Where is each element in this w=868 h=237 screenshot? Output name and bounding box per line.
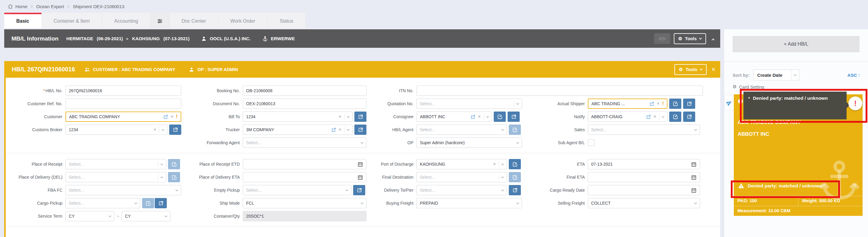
tab-container-item[interactable]: Container & Item: [42, 13, 102, 28]
denied-party-warning-icon[interactable]: !: [662, 101, 664, 107]
clear-icon[interactable]: ×: [339, 114, 341, 119]
empty-pickup-popout-button[interactable]: [353, 185, 365, 195]
clear-icon[interactable]: ×: [657, 101, 660, 106]
place-of-receipt-etd-input[interactable]: [243, 159, 367, 169]
eta-input[interactable]: 07-13-2021: [588, 159, 700, 169]
card-send-tab[interactable]: [724, 95, 734, 111]
hbl-no-input[interactable]: 267QIN21060016: [65, 85, 181, 96]
delivery-to-pier-popout-button[interactable]: [509, 185, 521, 195]
hbl-agent-edit-button[interactable]: [509, 125, 521, 135]
customer-input[interactable]: ABC TRADING COMPANY × !: [65, 111, 181, 122]
notify-popout-button[interactable]: [683, 111, 695, 122]
fba-fc-select[interactable]: Select...: [65, 185, 181, 195]
booking-no-input[interactable]: OB-21060008: [243, 85, 367, 96]
final-eta-input[interactable]: [588, 172, 700, 182]
denied-party-warning-icon[interactable]: !: [176, 114, 178, 120]
breadcrumb-ocean-export[interactable]: Ocean Export: [36, 4, 64, 9]
buying-freight-select[interactable]: PREPAID: [416, 198, 522, 208]
sort-direction-toggle[interactable]: ASC ↑: [847, 73, 860, 78]
port-of-discharge-input[interactable]: KAOHSIUNG ×: [416, 159, 507, 169]
tab-work-order[interactable]: Work Order: [218, 13, 268, 28]
hbl-agent-select[interactable]: Select...: [416, 125, 507, 135]
notify-edit-button[interactable]: [669, 111, 681, 122]
actual-shipper-popout-button[interactable]: [683, 99, 695, 109]
cargo-pickup-select[interactable]: Select...: [65, 198, 140, 208]
open-record-icon[interactable]: [646, 114, 651, 120]
close-hbl-icon[interactable]: ×: [711, 65, 715, 74]
consignee-edit-button[interactable]: [494, 111, 506, 122]
clear-icon[interactable]: ×: [154, 127, 156, 132]
clear-icon[interactable]: ×: [339, 127, 341, 132]
open-record-icon[interactable]: [649, 101, 654, 106]
selling-freight-select[interactable]: COLLECT: [588, 198, 700, 208]
card-setting-button[interactable]: ⚙ Card Setting: [733, 84, 868, 89]
trucker-popout-button[interactable]: [354, 125, 367, 135]
delivery-to-pier-select[interactable]: Select...: [416, 185, 507, 195]
open-record-icon[interactable]: [331, 127, 336, 132]
chevron-down-icon[interactable]: [344, 127, 349, 133]
customs-broker-input[interactable]: 1234 ×: [65, 125, 167, 135]
chevron-down-icon[interactable]: [659, 114, 664, 120]
notify-input[interactable]: ABBOTT-CRAIG ×: [588, 111, 668, 122]
consignee-popout-button[interactable]: [507, 111, 520, 122]
cargo-pickup-popout-button[interactable]: [155, 198, 167, 208]
hbl-tools-button[interactable]: ⚙ Tools: [674, 64, 707, 75]
collapse-panel-button[interactable]: [711, 35, 715, 43]
denied-party-alert-badge[interactable]: !: [848, 97, 862, 110]
service-term-to-select[interactable]: CY: [122, 211, 170, 221]
place-of-receipt-edit-button[interactable]: [168, 159, 180, 169]
esi-button[interactable]: eSI: [654, 33, 670, 44]
info-icon[interactable]: [737, 98, 743, 104]
customs-broker-popout-button[interactable]: [169, 125, 181, 135]
bill-to-popout-button[interactable]: [354, 111, 367, 122]
mbl-tools-button[interactable]: ⚙ Tools: [674, 33, 706, 44]
op-select[interactable]: Super Admin (hardcore): [416, 137, 522, 148]
actual-shipper-edit-button[interactable]: [669, 99, 681, 109]
actual-shipper-input[interactable]: ABC TRADING ... × !: [588, 99, 668, 109]
clear-icon[interactable]: ×: [171, 114, 174, 119]
cargo-pickup-edit-button[interactable]: [142, 198, 154, 208]
chevron-down-icon[interactable]: [159, 127, 164, 133]
tab-doc-center[interactable]: Doc Center: [169, 13, 218, 28]
sort-select[interactable]: Create Date: [753, 70, 799, 80]
clear-icon[interactable]: ×: [493, 162, 496, 166]
forwarding-agent-select[interactable]: Select...: [243, 137, 367, 148]
consignee-input[interactable]: ABBOTT INC ×: [416, 111, 492, 122]
empty-pickup-select[interactable]: Select...: [243, 185, 351, 195]
itn-no-input[interactable]: [416, 85, 703, 96]
document-no-input[interactable]: OEX-21060013: [243, 99, 367, 109]
open-record-icon[interactable]: [163, 114, 168, 120]
final-destination-edit-button[interactable]: [509, 172, 521, 182]
chevron-down-icon[interactable]: [499, 161, 504, 167]
calendar-icon[interactable]: [691, 187, 697, 193]
ship-mode-select[interactable]: FCL: [243, 198, 367, 208]
calendar-icon[interactable]: [358, 175, 363, 180]
place-of-delivery-eta-input[interactable]: [243, 172, 367, 182]
sub-agent-bl-checkbox[interactable]: [588, 139, 594, 146]
tab-basic[interactable]: Basic: [4, 13, 42, 28]
calendar-icon[interactable]: [358, 161, 363, 167]
quotation-no-select[interactable]: Select...: [416, 99, 522, 109]
clear-icon[interactable]: ×: [654, 114, 656, 119]
open-record-icon[interactable]: [470, 114, 476, 120]
bill-to-input[interactable]: 1234 ×: [243, 111, 352, 122]
calendar-icon[interactable]: [691, 175, 697, 180]
tab-accounting[interactable]: Accounting: [102, 13, 151, 28]
final-destination-select[interactable]: Select...: [416, 172, 507, 182]
tab-status[interactable]: Status: [268, 13, 306, 28]
place-of-receipt-select[interactable]: Select...: [65, 159, 166, 169]
clear-icon[interactable]: ×: [478, 114, 481, 119]
tab-settings-sliders[interactable]: [151, 13, 169, 28]
chevron-down-icon[interactable]: [344, 114, 349, 120]
chevron-down-icon[interactable]: [484, 114, 489, 120]
port-of-discharge-edit-button[interactable]: [509, 159, 521, 169]
sales-select[interactable]: Select...: [588, 125, 700, 135]
cargo-ready-date-input[interactable]: [588, 185, 700, 195]
place-of-delivery-del-select[interactable]: Select...: [65, 172, 166, 182]
trucker-input[interactable]: 3M COMPANY ×: [243, 125, 352, 135]
breadcrumb-home[interactable]: Home: [8, 4, 27, 9]
service-term-from-select[interactable]: CY: [65, 211, 114, 221]
place-of-delivery-del-edit-button[interactable]: [168, 172, 180, 182]
add-hbl-button[interactable]: + Add HB/L: [733, 36, 860, 52]
calendar-icon[interactable]: [691, 161, 697, 167]
